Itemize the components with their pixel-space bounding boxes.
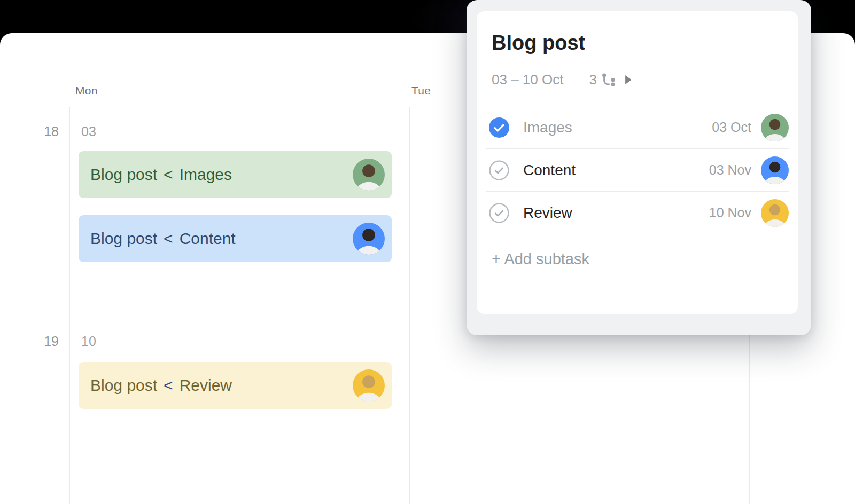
subtask-name: Images — [523, 119, 572, 136]
avatar — [353, 159, 385, 191]
task-bar-content[interactable]: Blog post < Content — [79, 215, 392, 262]
task-parent-name: Blog post — [90, 230, 157, 248]
subtask-name: Review — [180, 376, 232, 395]
date-range: 03 – 10 Oct — [492, 72, 563, 88]
avatar — [353, 369, 385, 401]
chevron-left-icon: < — [164, 376, 173, 395]
day-header-mon: Mon — [75, 84, 98, 97]
task-parent-name: Blog post — [90, 376, 157, 395]
avatar — [761, 114, 789, 141]
task-detail-card: Blog post 03 – 10 Oct 3 — [477, 11, 798, 314]
divider — [486, 234, 789, 234]
checkbox-checked-icon[interactable] — [489, 117, 509, 138]
subtask-name: Images — [180, 166, 232, 184]
subtask-name: Content — [180, 230, 236, 248]
subtask-due-date: 10 Nov — [709, 205, 751, 220]
task-bar-label: Blog post < Review — [90, 376, 232, 395]
checkbox-unchecked-icon[interactable] — [489, 160, 509, 180]
task-detail-popup: Blog post 03 – 10 Oct 3 — [467, 0, 811, 335]
add-subtask-button[interactable]: + Add subtask — [492, 250, 589, 268]
avatar — [761, 156, 789, 184]
day-number: 10 — [81, 334, 96, 349]
subtask-due-date: 03 Oct — [712, 120, 751, 135]
subtask-name: Content — [523, 162, 576, 179]
grid-line-vertical — [69, 107, 70, 504]
subtask-row-content[interactable]: Content 03 Nov — [486, 148, 789, 191]
subtask-due-date: 03 Nov — [709, 162, 751, 178]
day-number: 03 — [81, 124, 96, 139]
grid-line-vertical — [409, 107, 410, 504]
avatar — [353, 223, 385, 255]
subtask-name: Review — [523, 204, 572, 222]
avatar — [761, 199, 789, 227]
task-parent-name: Blog post — [90, 166, 157, 184]
task-bar-label: Blog post < Content — [90, 230, 236, 248]
expand-arrow-icon[interactable] — [625, 75, 632, 85]
popup-meta-row: 03 – 10 Oct 3 — [492, 70, 632, 89]
week-number: 19 — [21, 334, 59, 349]
subtask-tree-icon — [602, 73, 618, 87]
day-header-tue: Tue — [411, 84, 431, 97]
task-bar-label: Blog post < Images — [90, 166, 232, 184]
subtask-count: 3 — [589, 72, 596, 88]
checkbox-unchecked-icon[interactable] — [489, 203, 509, 223]
subtask-row-images[interactable]: Images 03 Oct — [486, 106, 789, 148]
chevron-left-icon: < — [164, 166, 173, 184]
task-bar-images[interactable]: Blog post < Images — [79, 151, 392, 198]
popup-title: Blog post — [492, 32, 585, 54]
chevron-left-icon: < — [164, 230, 173, 248]
week-number: 18 — [21, 124, 59, 139]
subtask-list: Images 03 Oct Content 03 Nov — [486, 106, 789, 234]
screen: Mon Tue 18 19 03 10 Blog post < Images B… — [0, 0, 855, 504]
subtask-row-review[interactable]: Review 10 Nov — [486, 191, 789, 234]
task-bar-review[interactable]: Blog post < Review — [79, 362, 392, 409]
